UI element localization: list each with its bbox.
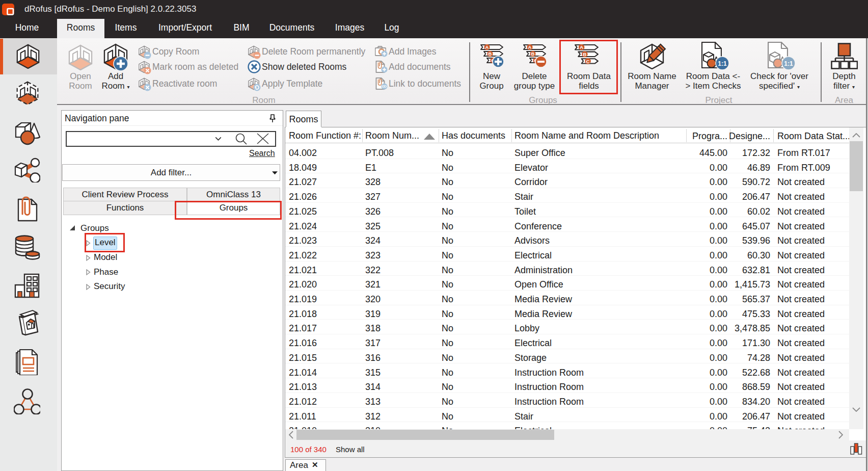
svg-text:1:1: 1:1	[718, 60, 727, 67]
svg-text:1:1: 1:1	[784, 60, 793, 67]
